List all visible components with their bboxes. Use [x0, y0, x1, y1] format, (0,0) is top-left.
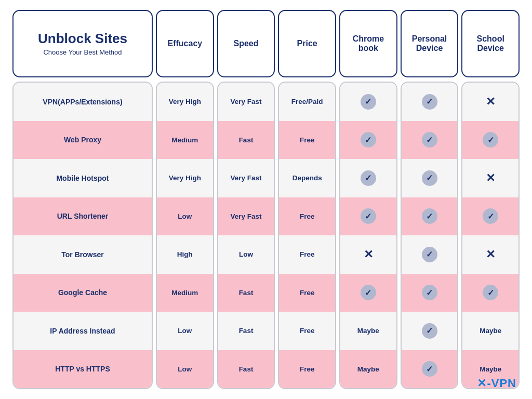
method-cell: Web Proxy [14, 121, 152, 159]
method-cell: IP Address Instead [14, 312, 152, 350]
data-cell-effucacy-5: Medium [157, 274, 213, 312]
data-cell-personal-3: ✓ [402, 197, 458, 236]
data-cell-chromebook-6: Maybe [340, 312, 396, 350]
method-cell: VPN(APPs/Extensions) [14, 83, 152, 121]
data-cell-personal-2: ✓ [402, 159, 458, 197]
data-cell-chromebook-7: Maybe [340, 350, 396, 389]
check-icon: ✓ [422, 132, 437, 148]
x-icon: ✕ [364, 248, 373, 261]
sub-title: Choose Your Best Method [43, 48, 122, 56]
header-price: Price [278, 10, 336, 77]
data-col-speed: Very FastFastVery FastVery FastLowFastFa… [217, 82, 275, 389]
data-cell-personal-0: ✓ [402, 83, 458, 121]
data-cell-chromebook-1: ✓ [340, 121, 396, 159]
method-cell: HTTP vs HTTPS [14, 350, 152, 389]
data-cell-effucacy-4: High [157, 235, 213, 274]
method-cell: Google Cache [14, 274, 152, 312]
data-cell-speed-1: Fast [218, 121, 274, 159]
check-icon: ✓ [483, 132, 498, 148]
header-chromebook: Chrome book [339, 10, 397, 77]
check-icon: ✓ [483, 208, 498, 224]
data-cell-effucacy-7: Low [157, 350, 213, 389]
check-icon: ✓ [422, 361, 437, 377]
logo-vpn: -VPN [487, 377, 516, 390]
data-cell-school-1: ✓ [462, 121, 518, 159]
data-cell-effucacy-2: Very High [157, 159, 213, 197]
check-icon: ✓ [422, 170, 437, 186]
data-cell-school-6: Maybe [462, 312, 518, 350]
data-cell-effucacy-6: Low [157, 312, 213, 350]
data-cell-personal-5: ✓ [402, 274, 458, 312]
check-icon: ✓ [422, 94, 437, 110]
methods-column: VPN(APPs/Extensions)Web ProxyMobile Hots… [12, 82, 153, 389]
data-cell-effucacy-3: Low [157, 197, 213, 236]
data-cell-effucacy-0: Very High [157, 83, 213, 121]
data-cell-price-6: Free [279, 312, 335, 350]
data-cell-chromebook-3: ✓ [340, 197, 396, 236]
data-cell-school-4: ✕ [462, 235, 518, 274]
check-icon: ✓ [361, 285, 376, 300]
data-cell-personal-7: ✓ [402, 350, 458, 389]
header-personal: Personal Device [401, 10, 459, 77]
data-cell-chromebook-0: ✓ [340, 83, 396, 121]
check-icon: ✓ [422, 208, 437, 224]
method-cell: Tor Browser [14, 235, 152, 274]
data-col-chromebook: ✓✓✓✓✕✓MaybeMaybe [339, 82, 397, 389]
data-cell-school-3: ✓ [462, 197, 518, 236]
header-row: Unblock Sites Choose Your Best Method Ef… [12, 10, 520, 77]
data-cell-price-3: Free [279, 197, 335, 236]
body-section: VPN(APPs/Extensions)Web ProxyMobile Hots… [12, 82, 520, 389]
data-cell-price-0: Free/Paid [279, 83, 335, 121]
header-school: School Device [461, 10, 520, 77]
data-cell-speed-2: Very Fast [218, 159, 274, 197]
main-container: Unblock Sites Choose Your Best Method Ef… [6, 5, 526, 394]
title-cell: Unblock Sites Choose Your Best Method [12, 10, 153, 77]
data-col-personal: ✓✓✓✓✓✓✓✓ [401, 82, 459, 389]
logo: ✕-VPN [477, 377, 516, 390]
header-effucacy: Effucacy [156, 10, 214, 77]
data-cell-speed-4: Low [218, 235, 274, 274]
logo-x: ✕ [477, 377, 487, 390]
check-icon: ✓ [422, 285, 437, 300]
data-cell-price-1: Free [279, 121, 335, 159]
data-cell-price-7: Free [279, 350, 335, 389]
method-cell: Mobile Hotspot [14, 159, 152, 197]
x-icon: ✕ [486, 95, 495, 109]
data-cell-school-2: ✕ [462, 159, 518, 197]
data-cell-school-5: ✓ [462, 274, 518, 312]
check-icon: ✓ [361, 132, 376, 148]
check-icon: ✓ [361, 94, 376, 110]
data-cell-speed-6: Fast [218, 312, 274, 350]
check-icon: ✓ [361, 208, 376, 224]
data-cell-chromebook-4: ✕ [340, 235, 396, 274]
data-cell-school-0: ✕ [462, 83, 518, 121]
data-cell-effucacy-1: Medium [157, 121, 213, 159]
data-col-price: Free/PaidFreeDependsFreeFreeFreeFreeFree [278, 82, 336, 389]
main-title: Unblock Sites [38, 31, 127, 46]
check-icon: ✓ [483, 285, 498, 300]
data-cell-personal-4: ✓ [402, 235, 458, 274]
data-col-effucacy: Very HighMediumVery HighLowHighMediumLow… [156, 82, 214, 389]
data-cell-speed-3: Very Fast [218, 197, 274, 236]
data-cell-chromebook-5: ✓ [340, 274, 396, 312]
header-speed: Speed [217, 10, 275, 77]
data-cell-speed-0: Very Fast [218, 83, 274, 121]
data-cell-personal-1: ✓ [402, 121, 458, 159]
data-col-school: ✕✓✕✓✕✓MaybeMaybe [461, 82, 520, 389]
data-cell-price-4: Free [279, 235, 335, 274]
x-icon: ✕ [486, 171, 495, 185]
check-icon: ✓ [361, 170, 376, 186]
data-cell-price-5: Free [279, 274, 335, 312]
data-cell-speed-5: Fast [218, 274, 274, 312]
data-cell-personal-6: ✓ [402, 312, 458, 350]
method-cell: URL Shortener [14, 197, 152, 236]
x-icon: ✕ [486, 248, 495, 261]
data-cell-speed-7: Fast [218, 350, 274, 389]
check-icon: ✓ [422, 323, 437, 339]
data-cell-price-2: Depends [279, 159, 335, 197]
data-cell-chromebook-2: ✓ [340, 159, 396, 197]
check-icon: ✓ [422, 247, 437, 262]
